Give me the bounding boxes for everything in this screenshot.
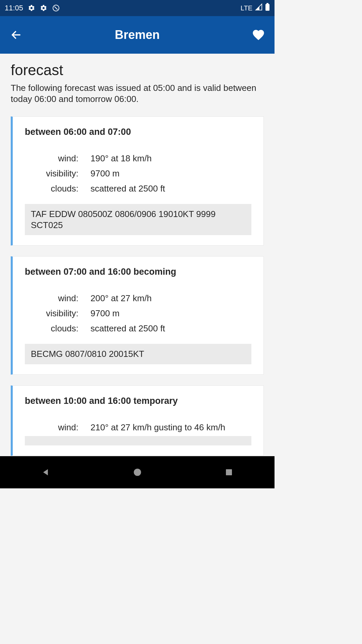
clouds-value: scattered at 2500 ft [90,323,251,334]
android-back-button[interactable] [38,464,54,480]
battery-icon [265,3,270,13]
app-bar: Bremen [0,16,275,54]
forecast-card: between 06:00 and 07:00 wind: 190° at 18… [11,116,264,246]
gear-icon [40,4,47,12]
wind-value: 210° at 27 km/h gusting to 46 km/h [90,422,251,433]
visibility-value: 9700 m [90,308,251,319]
signal-icon [255,3,262,13]
page-heading: forecast [11,62,264,78]
visibility-label: visibility: [25,308,78,319]
android-recent-button[interactable] [221,464,237,480]
svg-rect-2 [266,3,268,4]
status-time: 11:05 [5,4,23,12]
wind-label: wind: [25,293,78,304]
network-label: LTE [241,4,252,12]
svg-point-4 [134,469,141,476]
content-scroll[interactable]: forecast The following forecast was issu… [0,54,275,456]
raw-taf [25,436,251,445]
forecast-period: between 10:00 and 16:00 temporary [25,396,251,406]
wind-value: 190° at 18 km/h [90,153,251,164]
back-button[interactable] [8,27,24,43]
svg-rect-1 [265,4,269,11]
raw-taf: BECMG 0807/0810 20015KT [25,344,251,364]
page-title: Bremen [24,28,250,42]
visibility-label: visibility: [25,168,78,179]
sync-off-icon [52,4,60,12]
gear-icon [28,4,35,12]
android-home-button[interactable] [129,464,145,480]
clouds-value: scattered at 2500 ft [90,183,251,194]
android-nav-bar [0,456,275,488]
forecast-card: between 10:00 and 16:00 temporary wind: … [11,385,264,456]
clouds-label: clouds: [25,183,78,194]
forecast-period: between 06:00 and 07:00 [25,127,251,137]
forecast-period: between 07:00 and 16:00 becoming [25,267,251,277]
page-subtext: The following forecast was issued at 05:… [11,83,264,104]
wind-label: wind: [25,422,78,433]
forecast-card: between 07:00 and 16:00 becoming wind: 2… [11,256,264,375]
raw-taf: TAF EDDW 080500Z 0806/0906 19010KT 9999 … [25,204,251,235]
svg-rect-5 [226,469,232,475]
wind-label: wind: [25,153,78,164]
status-bar: 11:05 LTE [0,0,275,16]
visibility-value: 9700 m [90,168,251,179]
clouds-label: clouds: [25,323,78,334]
favorite-button[interactable] [250,27,266,43]
wind-value: 200° at 27 km/h [90,293,251,304]
